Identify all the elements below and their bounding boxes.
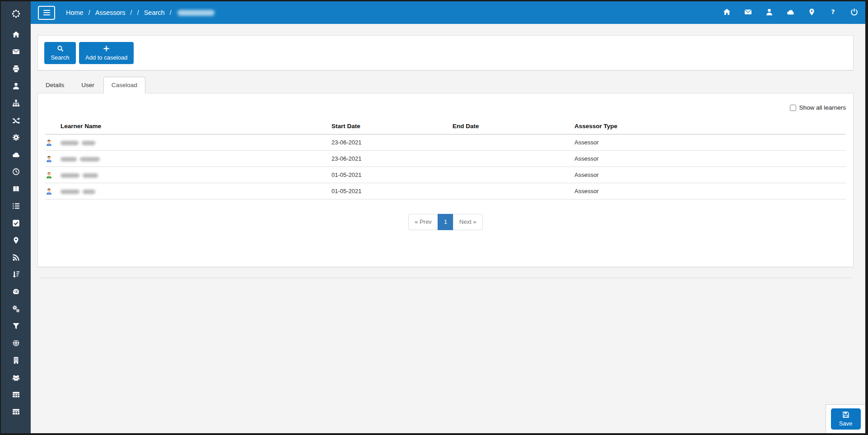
cogs-icon (12, 305, 20, 313)
cloud-icon (12, 151, 20, 158)
sidebar-item-sitemap[interactable] (1, 94, 31, 111)
print-icon (12, 65, 20, 73)
breadcrumb: Home / Assessors / / Search / (66, 9, 215, 16)
sidebar-item-shuffle[interactable] (1, 111, 31, 129)
sidebar-item-map-marker[interactable] (1, 231, 31, 249)
app-logo[interactable] (1, 1, 31, 26)
tab-user[interactable]: User (73, 77, 103, 93)
pagination-prev-button[interactable]: « Prev (408, 214, 438, 230)
menu-toggle-button[interactable] (38, 6, 55, 20)
topbar-power-button[interactable] (850, 8, 858, 18)
sidebar-item-globe[interactable] (1, 334, 31, 352)
sidebar-item-clock[interactable] (1, 163, 31, 180)
toolbar-panel: Search Add to caseload (37, 35, 854, 70)
show-all-learners-row: Show all learners (45, 104, 846, 111)
search-button[interactable]: Search (44, 42, 76, 64)
start-date-header: Start Date (331, 118, 453, 134)
show-all-learners-label: Show all learners (799, 104, 846, 111)
list-ol-icon (12, 202, 20, 210)
learner-avatar-icon (45, 183, 61, 199)
table-icon (12, 391, 20, 398)
question-icon: ? (829, 8, 837, 18)
sidebar-item-filter[interactable] (1, 317, 31, 334)
sidebar-item-check-square[interactable] (1, 214, 31, 231)
cog-icon (12, 134, 20, 141)
assessor-type-cell: Assessor (574, 167, 846, 183)
pagination-page-1[interactable]: 1 (438, 214, 453, 230)
sidebar-item-rss[interactable] (1, 249, 31, 266)
table-row: 01-05-2021Assessor (45, 167, 846, 183)
add-to-caseload-button[interactable]: Add to caseload (79, 42, 134, 64)
topbar-question-button[interactable]: ? (829, 8, 837, 18)
show-all-learners-checkbox[interactable] (790, 105, 796, 111)
end-date-cell (453, 151, 574, 167)
sidebar-item-users[interactable] (1, 369, 31, 386)
learner-name-cell[interactable] (61, 151, 331, 167)
learner-name-cell[interactable] (61, 183, 331, 199)
users-icon (12, 374, 20, 381)
book-icon (12, 185, 20, 193)
clock-icon (12, 168, 20, 176)
sidebar-item-user[interactable] (1, 77, 31, 94)
table-icon (12, 408, 20, 416)
sidebar-item-table[interactable] (1, 386, 31, 403)
spinner-icon (11, 9, 21, 19)
search-button-label: Search (51, 54, 69, 61)
sidebar-item-cloud[interactable] (1, 146, 31, 163)
breadcrumb-assessors[interactable]: Assessors (95, 9, 126, 16)
app-window: Home / Assessors / / Search / ? Search A (0, 0, 868, 435)
caseload-panel: Show all learners Learner Name Start Dat… (37, 93, 854, 267)
shuffle-icon (12, 116, 20, 124)
topbar-user-button[interactable] (765, 8, 773, 18)
learner-name-cell[interactable] (61, 167, 331, 183)
topbar-envelope-button[interactable] (744, 8, 752, 18)
end-date-cell (453, 167, 574, 183)
sidebar-item-envelope[interactable] (1, 43, 31, 60)
table-body: 23-06-2021Assessor23-06-2021Assessor01-0… (45, 134, 846, 199)
breadcrumb-redacted-name (177, 10, 215, 16)
sidebar-item-cog[interactable] (1, 129, 31, 146)
sidebar-item-home[interactable] (1, 26, 31, 43)
user-icon (12, 82, 20, 90)
pagination-next-button[interactable]: Next » (453, 214, 483, 230)
filter-icon (12, 322, 20, 330)
sidebar-item-dashboard[interactable] (1, 283, 31, 300)
map-marker-icon (808, 8, 816, 18)
topbar-home-button[interactable] (723, 8, 731, 18)
sidebar-item-book[interactable] (1, 180, 31, 197)
breadcrumb-home[interactable]: Home (66, 9, 84, 16)
pagination: « Prev 1 Next » (45, 214, 846, 230)
assessor-type-header: Assessor Type (574, 118, 846, 134)
breadcrumb-search[interactable]: Search (144, 9, 165, 16)
envelope-icon (744, 8, 752, 18)
breadcrumb-separator: / (170, 9, 172, 16)
svg-text:?: ? (831, 8, 835, 15)
topbar: Home / Assessors / / Search / ? (31, 1, 865, 24)
sidebar (1, 1, 31, 433)
tab-caseload[interactable]: Caseload (103, 77, 145, 93)
sitemap-icon (12, 99, 20, 107)
start-date-cell: 23-06-2021 (331, 134, 453, 151)
start-date-cell: 01-05-2021 (331, 183, 453, 199)
tab-bar: Details User Caseload (37, 77, 854, 93)
sidebar-item-list-ol[interactable] (1, 197, 31, 214)
sidebar-item-cogs[interactable] (1, 300, 31, 317)
main-content: Search Add to caseload Details User Case… (31, 24, 865, 433)
check-square-icon (12, 219, 20, 227)
save-button-label: Save (839, 420, 853, 427)
content-divider (39, 278, 853, 278)
save-button[interactable]: Save (831, 408, 861, 430)
sidebar-item-building[interactable] (1, 352, 31, 369)
tab-details[interactable]: Details (37, 77, 72, 93)
learner-name-cell[interactable] (61, 134, 331, 151)
caseload-table: Learner Name Start Date End Date Assesso… (45, 118, 846, 199)
topbar-map-marker-button[interactable] (808, 8, 816, 18)
search-icon (57, 45, 64, 53)
sidebar-item-print[interactable] (1, 60, 31, 77)
plus-icon (103, 45, 110, 53)
cloud-icon (787, 8, 794, 18)
end-date-cell (453, 134, 574, 151)
topbar-cloud-button[interactable] (787, 8, 794, 18)
sidebar-item-sort-amount[interactable] (1, 266, 31, 283)
sidebar-item-table[interactable] (1, 403, 31, 420)
